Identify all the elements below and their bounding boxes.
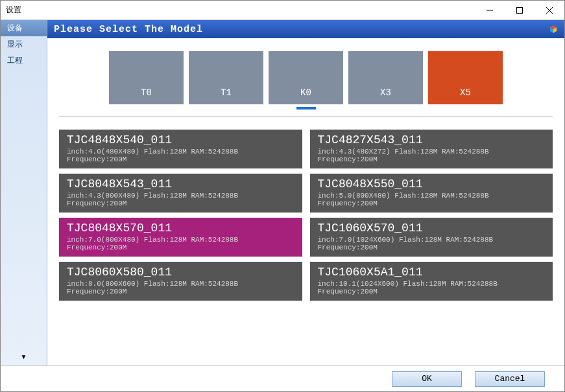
- settings-window: 设置 设备显示工程 ▼ Please Select The Model: [0, 0, 565, 392]
- series-tab-T1[interactable]: T1: [189, 51, 263, 104]
- model-card-7[interactable]: TJC1060X5A1_011inch:10.1(1024X600) Flash…: [310, 262, 553, 301]
- model-spec: inch:5.0(800X480) Flash:128M RAM:524288B…: [318, 192, 546, 207]
- model-card-6[interactable]: TJC8060X580_011inch:8.0(800X600) Flash:1…: [59, 262, 302, 301]
- divider: [59, 116, 553, 117]
- minimize-icon: [487, 7, 493, 14]
- ok-button[interactable]: OK: [392, 371, 462, 387]
- close-button[interactable]: [535, 1, 564, 19]
- footer: OK Cancel: [1, 365, 564, 391]
- model-title: TJC8060X580_011: [67, 266, 295, 279]
- close-icon: [546, 7, 553, 14]
- model-spec: inch:4.3(800X480) Flash:128M RAM:524288B…: [67, 192, 295, 207]
- model-title: TJC4848X540_011: [67, 133, 295, 146]
- titlebar-controls: [475, 1, 564, 19]
- series-tab-K0[interactable]: K0: [269, 51, 343, 104]
- minimize-button[interactable]: [475, 1, 505, 19]
- header-bar: Please Select The Model: [47, 20, 564, 38]
- model-spec: inch:4.3(480X272) Flash:128M RAM:524288B…: [318, 148, 546, 163]
- sidebar: 设备显示工程 ▼: [1, 20, 47, 365]
- series-tabs: T0T1K0X3X5: [59, 51, 553, 104]
- window-title: 设置: [6, 5, 21, 16]
- cancel-button[interactable]: Cancel: [475, 371, 545, 387]
- model-title: TJC8048X550_011: [318, 178, 546, 190]
- model-title: TJC8048X570_011: [67, 222, 295, 235]
- window-body: 设备显示工程 ▼ Please Select The Model T0T1K0X…: [1, 20, 564, 365]
- model-card-3[interactable]: TJC8048X550_011inch:5.0(800X480) Flash:1…: [310, 174, 553, 213]
- series-tab-T0[interactable]: T0: [109, 51, 184, 104]
- maximize-icon: [516, 7, 523, 14]
- sidebar-item-2[interactable]: 工程: [1, 52, 47, 69]
- content-area: T0T1K0X3X5 TJC4848X540_011inch:4.0(480X4…: [47, 38, 564, 365]
- series-tab-X3[interactable]: X3: [348, 51, 423, 104]
- svg-rect-1: [517, 7, 523, 13]
- model-grid: TJC4848X540_011inch:4.0(480X480) Flash:1…: [59, 130, 553, 301]
- cube-icon: [549, 25, 558, 34]
- model-card-1[interactable]: TJC4827X543_011inch:4.3(480X272) Flash:1…: [310, 130, 553, 168]
- model-spec: inch:10.1(1024X600) Flash:128M RAM:52428…: [318, 280, 546, 295]
- model-title: TJC4827X543_011: [318, 133, 546, 146]
- model-title: TJC1060X570_011: [318, 222, 546, 235]
- model-card-2[interactable]: TJC8048X543_011inch:4.3(800X480) Flash:1…: [59, 174, 302, 213]
- model-spec: inch:7.0(1024X600) Flash:128M RAM:524288…: [318, 236, 546, 251]
- model-card-5[interactable]: TJC1060X570_011inch:7.0(1024X600) Flash:…: [310, 218, 553, 257]
- sidebar-expand-arrow[interactable]: ▼: [1, 353, 47, 360]
- main-panel: Please Select The Model T0T1K0X3X5 TJC48…: [47, 20, 564, 365]
- header-title: Please Select The Model: [54, 24, 203, 35]
- model-spec: inch:4.0(480X480) Flash:128M RAM:524288B…: [67, 148, 295, 163]
- titlebar: 设置: [1, 1, 564, 20]
- model-title: TJC8048X543_011: [67, 178, 295, 190]
- model-card-4[interactable]: TJC8048X570_011inch:7.0(800X480) Flash:1…: [59, 218, 302, 257]
- model-spec: inch:8.0(800X600) Flash:128M RAM:524288B…: [67, 280, 295, 295]
- sidebar-item-1[interactable]: 显示: [1, 36, 47, 52]
- model-card-0[interactable]: TJC4848X540_011inch:4.0(480X480) Flash:1…: [59, 130, 302, 168]
- model-spec: inch:7.0(800X480) Flash:128M RAM:524288B…: [67, 236, 295, 251]
- maximize-button[interactable]: [505, 1, 535, 19]
- model-title: TJC1060X5A1_011: [318, 266, 546, 279]
- sidebar-item-0[interactable]: 设备: [1, 20, 47, 36]
- series-tab-X5[interactable]: X5: [428, 51, 503, 104]
